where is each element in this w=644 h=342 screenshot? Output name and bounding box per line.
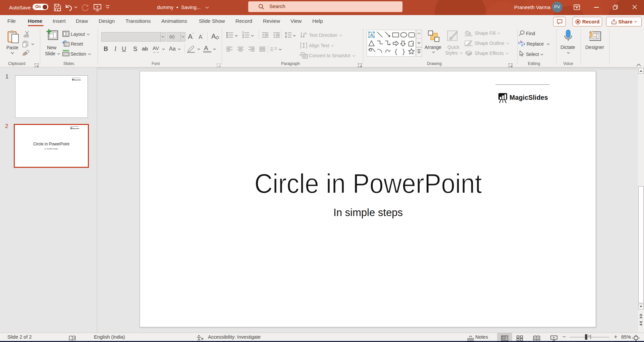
- svg-text:A: A: [370, 33, 373, 38]
- svg-text:MagicSlides: MagicSlides: [509, 94, 548, 101]
- svg-text:c: c: [521, 43, 523, 47]
- svg-text:MagicSlides: MagicSlides: [74, 79, 81, 81]
- svg-text:A: A: [304, 32, 307, 36]
- svg-text:MagicSlides: MagicSlides: [72, 128, 79, 129]
